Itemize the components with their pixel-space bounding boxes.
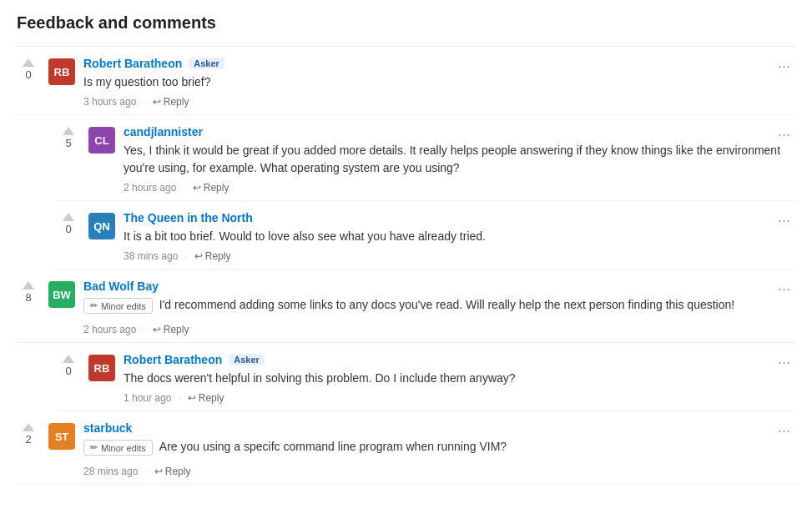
comment-body: candjlannister Yes, I think it would be … (124, 125, 795, 194)
reply-arrow-icon: ↩ (153, 324, 161, 335)
username-link[interactable]: starbuck (83, 421, 132, 435)
comment-text: Is my question too brief? (83, 73, 795, 91)
username-link[interactable]: candjlannister (124, 125, 203, 139)
reply-link[interactable]: ↩ Reply (154, 466, 191, 477)
vote-count: 0 (65, 223, 71, 235)
comment-footer: 3 hours ago · ↩ Reply (83, 96, 795, 108)
upvote-arrow[interactable] (23, 423, 34, 431)
timestamp: 38 mins ago (124, 250, 178, 262)
avatar: RB (48, 58, 75, 85)
comment-body: The Queen in the North It is a bit too b… (124, 211, 795, 262)
nested-comment: 5 CL candjlannister Yes, I think it woul… (57, 115, 795, 201)
comment-footer: 2 hours ago · ↩ Reply (124, 182, 795, 194)
avatar: BW (48, 281, 75, 308)
reply-link[interactable]: ↩ Reply (193, 182, 229, 194)
reply-link[interactable]: ↩ Reply (188, 392, 224, 404)
upvote-arrow[interactable] (23, 281, 34, 290)
username-link[interactable]: Robert Baratheon (83, 57, 182, 70)
reply-label: Reply (165, 466, 191, 477)
more-options-button[interactable]: ··· (773, 211, 795, 229)
vote-column: 0 (57, 353, 80, 404)
page-title: Feedback and comments (17, 13, 795, 33)
comment: 8 BW Bad Wolf Bay ✏ Minor edits I'd reco… (17, 270, 795, 343)
username-link[interactable]: The Queen in the North (124, 211, 253, 224)
nested-comment: 0 RB Robert Baratheon Asker The docs wer… (57, 343, 795, 411)
comment-footer: 28 mins ago · ↩ Reply (83, 466, 795, 477)
username-link[interactable]: Robert Baratheon (124, 353, 222, 366)
pencil-icon: ✏ (90, 300, 98, 311)
vote-column: 0 (57, 211, 80, 262)
more-options-button[interactable]: ··· (773, 280, 795, 298)
upvote-arrow[interactable] (63, 355, 74, 363)
comment-body: starbuck ✏ Minor edits Are you using a s… (83, 421, 795, 477)
reply-arrow-icon: ↩ (194, 250, 203, 262)
comment-with-badge: ✏ Minor edits I'd recommend adding some … (83, 296, 795, 319)
comment-header: Robert Baratheon Asker (83, 57, 795, 70)
comment-text: Yes, I think it would be great if you ad… (124, 142, 795, 177)
nested-comment: 0 QN The Queen in the North It is a bit … (57, 201, 795, 270)
asker-badge: Asker (189, 58, 224, 69)
reply-link[interactable]: ↩ Reply (153, 324, 189, 335)
comment-header: Robert Baratheon Asker (124, 353, 795, 366)
comment-body: Bad Wolf Bay ✏ Minor edits I'd recommend… (83, 280, 795, 335)
minor-edits-badge[interactable]: ✏ Minor edits (83, 298, 153, 314)
comment-body: Robert Baratheon Asker The docs weren't … (124, 353, 795, 404)
upvote-arrow[interactable] (63, 213, 74, 221)
vote-count: 0 (65, 365, 71, 377)
comment-header: starbuck (83, 421, 795, 435)
comment: 2 ST starbuck ✏ Minor edits Are you usin… (17, 411, 795, 485)
minor-edits-badge[interactable]: ✏ Minor edits (83, 440, 153, 456)
comment-with-badge: ✏ Minor edits Are you using a specifc co… (83, 438, 795, 461)
vote-count: 8 (25, 291, 31, 304)
timestamp: 1 hour ago (124, 392, 171, 404)
more-options-button[interactable]: ··· (773, 57, 795, 75)
more-options-button[interactable]: ··· (773, 125, 795, 144)
reply-arrow-icon: ↩ (154, 466, 163, 477)
comment-thread: 0 RB Robert Baratheon Asker Is my questi… (17, 46, 795, 485)
comment-text: I'd recommend adding some links to any d… (159, 296, 734, 314)
reply-arrow-icon: ↩ (188, 392, 196, 404)
vote-count: 0 (25, 68, 31, 81)
vote-column: 5 (57, 125, 80, 194)
reply-link[interactable]: ↩ Reply (153, 96, 189, 108)
comment-header: candjlannister (124, 125, 795, 139)
minor-edits-label: Minor edits (101, 301, 146, 311)
comment: 0 RB Robert Baratheon Asker Is my questi… (17, 47, 795, 115)
reply-label: Reply (164, 96, 189, 108)
timestamp: 2 hours ago (83, 324, 136, 335)
pencil-icon: ✏ (90, 442, 98, 453)
comment-header: Bad Wolf Bay (83, 280, 795, 293)
comment-footer: 38 mins ago · ↩ Reply (124, 250, 795, 262)
comment-footer: 1 hour ago · ↩ Reply (124, 392, 795, 404)
username-link[interactable]: Bad Wolf Bay (83, 280, 159, 293)
avatar: RB (88, 355, 115, 381)
vote-column: 0 (17, 57, 40, 108)
timestamp: 2 hours ago (124, 182, 176, 194)
comment-text: It is a bit too brief. Would to love als… (124, 228, 795, 245)
avatar: ST (48, 423, 75, 450)
avatar: QN (88, 213, 115, 239)
upvote-arrow[interactable] (23, 58, 34, 67)
reply-link[interactable]: ↩ Reply (194, 250, 231, 262)
reply-arrow-icon: ↩ (193, 182, 201, 194)
timestamp: 3 hours ago (83, 96, 136, 108)
vote-column: 8 (17, 280, 40, 335)
reply-label: Reply (204, 182, 229, 194)
minor-edits-label: Minor edits (101, 443, 146, 453)
vote-count: 2 (25, 433, 31, 446)
upvote-arrow[interactable] (63, 127, 74, 135)
vote-column: 2 (17, 421, 40, 477)
reply-label: Reply (199, 392, 224, 404)
reply-label: Reply (205, 250, 231, 262)
vote-count: 5 (65, 137, 71, 149)
comment-text: Are you using a specifc command line pro… (159, 438, 507, 456)
more-options-button[interactable]: ··· (773, 353, 795, 371)
comment-text: The docs weren't helpful in solving this… (124, 370, 795, 387)
more-options-button[interactable]: ··· (773, 421, 795, 440)
comment-header: The Queen in the North (124, 211, 795, 224)
asker-badge: Asker (229, 354, 265, 365)
comment-body: Robert Baratheon Asker Is my question to… (83, 57, 795, 108)
comment-footer: 2 hours ago · ↩ Reply (83, 324, 795, 335)
reply-arrow-icon: ↩ (153, 96, 161, 108)
timestamp: 28 mins ago (83, 466, 138, 477)
